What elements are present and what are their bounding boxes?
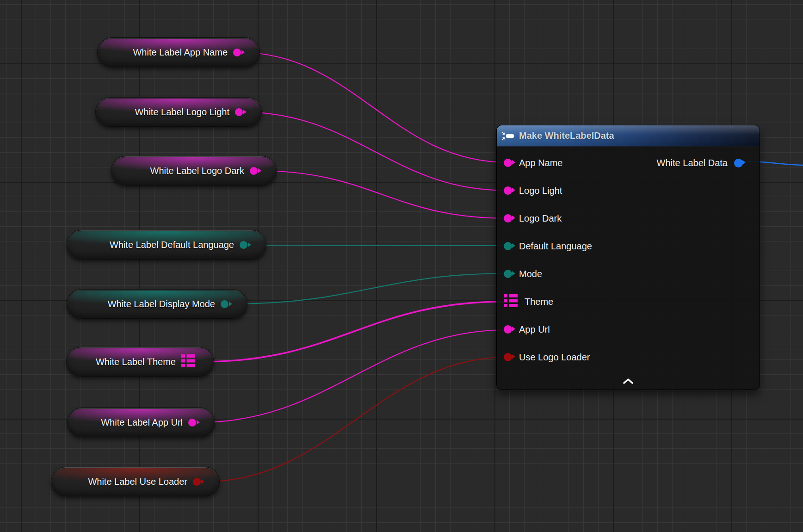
bool-output-pin[interactable] [193, 478, 201, 486]
struct-output-pin[interactable] [181, 354, 195, 369]
node-get-white-label-theme[interactable]: White Label Theme [66, 347, 214, 377]
node-get-white-label-app-url[interactable]: White Label App Url [67, 408, 215, 437]
make-struct-icon [501, 131, 514, 141]
string-output-pin[interactable] [235, 108, 243, 116]
pin-row-logo-dark: Logo Dark [497, 204, 760, 232]
struct-pin-icon [504, 294, 518, 307]
pin-row-white-label-data: White Label Data [657, 149, 760, 177]
input-pin-list: App Name Logo Light Logo Dark Default La… [497, 149, 760, 371]
pin-label: Theme [525, 297, 553, 307]
string-input-pin[interactable] [504, 325, 512, 334]
node-get-white-label-use-loader[interactable]: White Label Use Loader [51, 467, 220, 496]
pin-label: Mode [519, 269, 542, 279]
enum-input-pin[interactable] [504, 242, 512, 250]
pin-row-app-url: App Url [497, 315, 760, 343]
enum-output-pin[interactable] [221, 300, 229, 308]
node-label: White Label Logo Light [135, 107, 229, 118]
struct-input-pin[interactable] [504, 294, 518, 309]
wire-use-loader[interactable] [205, 357, 507, 482]
string-output-pin[interactable] [250, 167, 258, 175]
struct-output-pin[interactable] [734, 159, 743, 167]
node-get-white-label-app-name[interactable]: White Label App Name [97, 37, 260, 67]
wire-default-language[interactable] [252, 245, 507, 246]
pin-row-use-logo-loader: Use Logo Loader [497, 343, 760, 371]
pin-label: Use Logo Loader [519, 352, 590, 363]
node-label: White Label Theme [96, 357, 176, 367]
string-output-pin[interactable] [233, 49, 241, 56]
node-get-white-label-logo-light[interactable]: White Label Logo Light [95, 97, 262, 127]
chevron-up-icon [623, 378, 633, 384]
wire-theme[interactable] [202, 302, 504, 362]
wire-logo-dark[interactable] [257, 171, 507, 218]
node-make-whitelabeldata[interactable]: Make WhiteLabelData App Name Logo Light … [496, 125, 760, 390]
wire-logo-light[interactable] [241, 112, 507, 191]
wire-app-name[interactable] [239, 52, 507, 162]
node-label: White Label Logo Dark [150, 166, 244, 176]
enum-input-pin[interactable] [504, 270, 512, 278]
node-label: White Label Display Mode [108, 299, 215, 309]
string-output-pin[interactable] [188, 419, 196, 427]
wire-app-url[interactable] [199, 330, 507, 422]
node-get-white-label-logo-dark[interactable]: White Label Logo Dark [111, 156, 277, 186]
pin-label: Logo Light [519, 186, 562, 196]
make-node-header[interactable]: Make WhiteLabelData [497, 125, 760, 147]
node-label: White Label App Url [101, 417, 183, 428]
enum-output-pin[interactable] [240, 241, 247, 249]
wire-display-mode[interactable] [233, 273, 507, 304]
blueprint-graph-canvas[interactable]: White Label App Name White Label Logo Li… [0, 0, 803, 532]
string-input-pin[interactable] [504, 214, 512, 223]
node-get-white-label-default-language[interactable]: White Label Default Language [67, 230, 266, 260]
node-get-white-label-display-mode[interactable]: White Label Display Mode [67, 289, 247, 319]
string-input-pin[interactable] [504, 159, 512, 167]
pin-label: White Label Data [657, 158, 728, 168]
node-label: White Label Default Language [110, 240, 234, 250]
node-label: White Label App Name [133, 47, 228, 58]
string-input-pin[interactable] [504, 186, 512, 195]
pin-label: App Name [519, 158, 563, 168]
pin-label: Logo Dark [519, 213, 562, 224]
node-label: White Label Use Loader [88, 476, 187, 487]
pin-row-theme: Theme [497, 288, 760, 315]
pin-row-default-language: Default Language [497, 232, 760, 260]
pin-label: Default Language [519, 241, 592, 252]
pin-row-mode: Mode [497, 260, 760, 288]
collapse-node-button[interactable] [619, 376, 637, 387]
make-node-title: Make WhiteLabelData [519, 130, 614, 141]
pin-label: App Url [519, 324, 550, 335]
pin-row-logo-light: Logo Light [497, 177, 760, 204]
struct-pin-icon [181, 354, 195, 367]
bool-input-pin[interactable] [504, 353, 512, 361]
